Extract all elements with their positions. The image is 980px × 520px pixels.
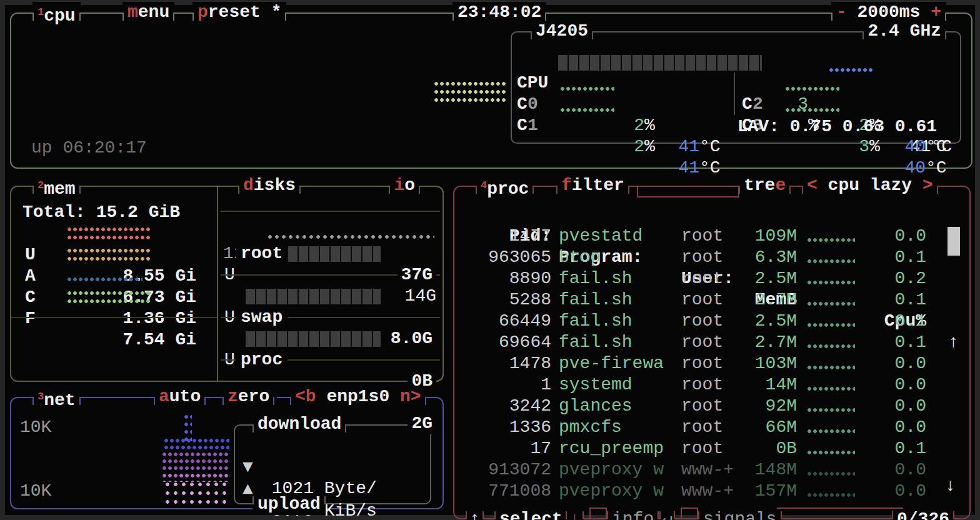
disk-name: swap [236, 307, 288, 328]
disk-section-line [221, 211, 440, 212]
core-graph-c2 [786, 86, 839, 92]
core-percent: 2 [612, 136, 644, 158]
process-row[interactable]: 66449fail.shroot2.5M0.1 [454, 311, 969, 332]
program: fail.sh [559, 332, 632, 353]
select-up-icon[interactable]: ↑ [466, 509, 484, 520]
proc-table-header: Pid: Program: User: MemB Cpu% ↑ [454, 204, 969, 226]
terminal-screen: 1cpu menu preset * 23:48:02 - 2000ms + u… [5, 5, 975, 515]
mem: 2.7M [704, 332, 797, 353]
disk-meter-swap [246, 289, 381, 304]
disks-io-toggle[interactable]: io [389, 175, 420, 196]
net-upload-title: upload [252, 494, 326, 515]
process-row[interactable]: 17rcu_preemproot0B0.1 [454, 438, 969, 459]
net-graph-upload-lower [166, 482, 228, 504]
process-row[interactable]: 1systemdroot14M0.0 [454, 374, 969, 396]
disk-name: root [236, 243, 288, 264]
cpu-frequency: 2.4 GHz [862, 21, 946, 42]
select-down-icon[interactable]: ↓ [566, 509, 584, 520]
mem: 103M [704, 353, 797, 374]
menu-button[interactable]: menu [122, 2, 174, 23]
process-row[interactable]: 771008pveproxy wwww-+157M0.0 [454, 481, 969, 502]
net-device-next-button[interactable]: n> [400, 387, 421, 406]
poll-increase-button[interactable]: + [931, 2, 941, 22]
core-temp-unit: °C [926, 136, 947, 158]
net-device-prev-button[interactable]: <b [295, 387, 316, 406]
process-row[interactable]: 1478pve-firewaroot103M0.0 [454, 353, 969, 374]
mem-row-value: 7.54 Gi [111, 329, 196, 351]
mem-total-label: Total: [22, 202, 86, 222]
cpu: 0.0 [836, 396, 926, 417]
preset-button[interactable]: preset * [192, 2, 286, 23]
net-auto-toggle[interactable]: auto [154, 386, 206, 408]
cpu: 0.0 [836, 417, 926, 438]
program: btop [559, 247, 601, 268]
mem: 157M [704, 481, 797, 502]
cpu: 0.1 [836, 332, 926, 353]
process-row[interactable]: 69664fail.shroot2.7M0.1 [454, 332, 969, 353]
process-row[interactable]: 8890fail.shroot2.5M0.2 [454, 268, 969, 289]
select-button[interactable]: select [494, 509, 568, 520]
pid: 8890 [461, 268, 551, 289]
program: rcu_preemp [559, 438, 664, 459]
process-row[interactable]: 1477pvestatdroot109M0.0 [454, 226, 969, 247]
mem-free-graph [68, 291, 150, 307]
core-percent-unit: % [644, 115, 655, 136]
net-device-name: enp1s0 [316, 387, 400, 406]
mem-panel-title[interactable]: 2mem [32, 175, 81, 196]
process-row[interactable]: 3242glancesroot92M0.0 [454, 396, 969, 417]
disk-size: 8.0G [387, 328, 436, 349]
core-temp: 41 [669, 158, 699, 179]
program: systemd [559, 374, 632, 396]
disk-section-root: root 37G [218, 201, 442, 222]
net-zero-toggle[interactable]: zero [222, 386, 274, 408]
mem-hotkey-number: 2 [38, 179, 44, 191]
net-speed-box: download ▼ 1021 Byte/ ▲ 5.79 KiB/s uploa… [234, 424, 431, 504]
mem: 2.5M [704, 268, 797, 289]
program: fail.sh [559, 311, 632, 332]
core-row-c3: C3 3% 40°C [512, 94, 960, 115]
core-temp-unit: °C [699, 158, 721, 179]
cpu: 0.1 [836, 247, 926, 268]
pid: 1478 [461, 353, 551, 374]
net-panel-title[interactable]: 3net [32, 386, 81, 408]
sort-prev-button[interactable]: < [807, 176, 818, 195]
cpu: 0.0 [836, 481, 926, 502]
net-scale-top: 10K [20, 417, 51, 438]
filter-button[interactable]: filter [556, 175, 629, 196]
cpu: 0.1 [836, 289, 926, 311]
tree-toggle[interactable]: tree [739, 175, 791, 196]
cpu-hotkey-number: 1 [38, 6, 44, 18]
process-row[interactable]: 5288fail.shroot2.7M0.1 [454, 289, 969, 311]
cpu-panel-title[interactable]: 1cpu [32, 2, 81, 23]
process-row[interactable]: 913072pveproxy wwww-+148M0.0 [454, 459, 969, 481]
cpu: 0.0 [836, 459, 926, 481]
proc-panel-title[interactable]: 4proc [476, 175, 534, 196]
footer-bracket [589, 508, 607, 518]
mem-total: Total: 15.2 GiB [22, 202, 180, 223]
core-temp-unit: °C [699, 136, 721, 158]
enter-icon[interactable]: ↵ [659, 509, 675, 520]
sort-next-button[interactable]: > [922, 176, 933, 195]
disk-name: proc [236, 349, 288, 371]
mem-used-graph [68, 227, 150, 243]
pid: 1 [461, 374, 551, 396]
pid: 5288 [461, 289, 551, 311]
disk-io-graph-root [268, 234, 434, 240]
program: fail.sh [559, 289, 632, 311]
poll-decrease-button[interactable]: - [836, 2, 847, 22]
info-button[interactable]: info [607, 509, 659, 520]
program: pve-firewa [559, 353, 664, 374]
footer-bracket [777, 508, 903, 518]
disks-panel-title[interactable]: disks [238, 175, 301, 196]
scroll-down-icon[interactable]: ↓ [945, 476, 956, 497]
process-row[interactable]: 963065btoproot6.3M0.1 [454, 247, 969, 268]
mem: 66M [704, 417, 797, 438]
footer-bracket [681, 508, 698, 518]
pid: 913072 [461, 459, 551, 481]
signals-button[interactable]: signals [698, 509, 782, 520]
mem-row-label: F [25, 308, 36, 329]
process-row[interactable]: 1336pmxcfsroot66M0.0 [454, 417, 969, 438]
mem-cached-graph [68, 277, 142, 283]
filter-input[interactable] [637, 187, 739, 198]
mem: 2.5M [704, 311, 797, 332]
